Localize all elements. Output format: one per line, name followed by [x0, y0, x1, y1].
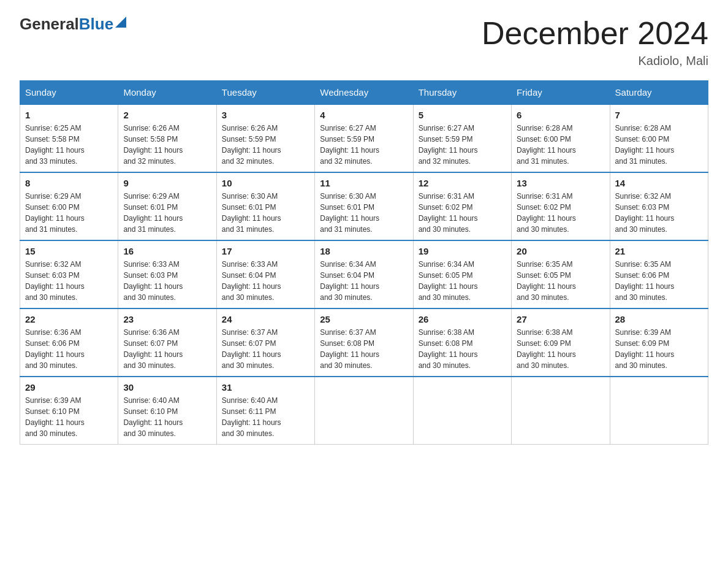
day-number: 19 — [419, 246, 506, 256]
calendar-day-cell — [512, 377, 610, 445]
day-number: 2 — [123, 110, 211, 120]
day-info: Sunrise: 6:39 AM Sunset: 6:09 PM Dayligh… — [615, 327, 703, 371]
day-info: Sunrise: 6:37 AM Sunset: 6:08 PM Dayligh… — [320, 327, 408, 371]
day-number: 4 — [320, 110, 408, 120]
calendar-header-wednesday: Wednesday — [315, 81, 413, 105]
day-info: Sunrise: 6:27 AM Sunset: 5:59 PM Dayligh… — [419, 123, 506, 167]
day-number: 7 — [615, 110, 703, 120]
day-info: Sunrise: 6:26 AM Sunset: 5:59 PM Dayligh… — [222, 123, 309, 167]
day-info: Sunrise: 6:26 AM Sunset: 5:58 PM Dayligh… — [123, 123, 211, 167]
header: General Blue December 2024 Kadiolo, Mali — [20, 15, 708, 68]
day-number: 23 — [123, 314, 211, 324]
calendar-day-cell: 25 Sunrise: 6:37 AM Sunset: 6:08 PM Dayl… — [315, 308, 413, 377]
calendar-day-cell: 9 Sunrise: 6:29 AM Sunset: 6:01 PM Dayli… — [118, 172, 216, 240]
calendar-day-cell: 19 Sunrise: 6:34 AM Sunset: 6:05 PM Dayl… — [413, 240, 511, 308]
day-number: 27 — [517, 314, 604, 324]
calendar-day-cell — [413, 377, 511, 445]
day-number: 3 — [222, 110, 309, 120]
calendar-day-cell — [610, 377, 708, 445]
day-number: 20 — [517, 246, 604, 256]
calendar-day-cell: 5 Sunrise: 6:27 AM Sunset: 5:59 PM Dayli… — [413, 104, 511, 172]
day-info: Sunrise: 6:30 AM Sunset: 6:01 PM Dayligh… — [320, 191, 408, 235]
day-number: 21 — [615, 246, 703, 256]
calendar-day-cell: 21 Sunrise: 6:35 AM Sunset: 6:06 PM Dayl… — [610, 240, 708, 308]
calendar-header-sunday: Sunday — [20, 81, 118, 105]
day-info: Sunrise: 6:27 AM Sunset: 5:59 PM Dayligh… — [320, 123, 408, 167]
location-subtitle: Kadiolo, Mali — [482, 54, 708, 68]
day-number: 5 — [419, 110, 506, 120]
day-number: 10 — [222, 178, 309, 188]
calendar-day-cell: 7 Sunrise: 6:28 AM Sunset: 6:00 PM Dayli… — [610, 104, 708, 172]
day-number: 15 — [25, 246, 113, 256]
calendar-day-cell: 2 Sunrise: 6:26 AM Sunset: 5:58 PM Dayli… — [118, 104, 216, 172]
calendar-day-cell: 12 Sunrise: 6:31 AM Sunset: 6:02 PM Dayl… — [413, 172, 511, 240]
day-number: 24 — [222, 314, 309, 324]
day-info: Sunrise: 6:30 AM Sunset: 6:01 PM Dayligh… — [222, 191, 309, 235]
day-number: 29 — [25, 382, 113, 393]
calendar-day-cell: 31 Sunrise: 6:40 AM Sunset: 6:11 PM Dayl… — [216, 377, 314, 445]
calendar-day-cell: 20 Sunrise: 6:35 AM Sunset: 6:05 PM Dayl… — [512, 240, 610, 308]
calendar-day-cell: 22 Sunrise: 6:36 AM Sunset: 6:06 PM Dayl… — [20, 308, 118, 377]
calendar-day-cell: 17 Sunrise: 6:33 AM Sunset: 6:04 PM Dayl… — [216, 240, 314, 308]
calendar-day-cell — [315, 377, 413, 445]
calendar-day-cell: 29 Sunrise: 6:39 AM Sunset: 6:10 PM Dayl… — [20, 377, 118, 445]
day-info: Sunrise: 6:34 AM Sunset: 6:04 PM Dayligh… — [320, 259, 408, 303]
day-number: 31 — [222, 382, 309, 393]
day-info: Sunrise: 6:38 AM Sunset: 6:08 PM Dayligh… — [419, 327, 506, 371]
calendar-day-cell: 28 Sunrise: 6:39 AM Sunset: 6:09 PM Dayl… — [610, 308, 708, 377]
calendar-day-cell: 26 Sunrise: 6:38 AM Sunset: 6:08 PM Dayl… — [413, 308, 511, 377]
logo-arrow-icon — [115, 17, 126, 28]
day-number: 22 — [25, 314, 113, 324]
calendar-week-row: 8 Sunrise: 6:29 AM Sunset: 6:00 PM Dayli… — [20, 172, 708, 240]
day-number: 12 — [419, 178, 506, 188]
calendar-week-row: 22 Sunrise: 6:36 AM Sunset: 6:06 PM Dayl… — [20, 308, 708, 377]
calendar-day-cell: 10 Sunrise: 6:30 AM Sunset: 6:01 PM Dayl… — [216, 172, 314, 240]
calendar-header-tuesday: Tuesday — [216, 81, 314, 105]
calendar-table: SundayMondayTuesdayWednesdayThursdayFrid… — [20, 80, 708, 445]
day-info: Sunrise: 6:31 AM Sunset: 6:02 PM Dayligh… — [419, 191, 506, 235]
calendar-day-cell: 16 Sunrise: 6:33 AM Sunset: 6:03 PM Dayl… — [118, 240, 216, 308]
calendar-day-cell: 27 Sunrise: 6:38 AM Sunset: 6:09 PM Dayl… — [512, 308, 610, 377]
day-number: 8 — [25, 178, 113, 188]
day-number: 26 — [419, 314, 506, 324]
calendar-week-row: 29 Sunrise: 6:39 AM Sunset: 6:10 PM Dayl… — [20, 377, 708, 445]
title-area: December 2024 Kadiolo, Mali — [482, 15, 708, 68]
calendar-day-cell: 15 Sunrise: 6:32 AM Sunset: 6:03 PM Dayl… — [20, 240, 118, 308]
day-number: 1 — [25, 110, 113, 120]
day-info: Sunrise: 6:39 AM Sunset: 6:10 PM Dayligh… — [25, 395, 113, 439]
day-info: Sunrise: 6:32 AM Sunset: 6:03 PM Dayligh… — [25, 259, 113, 303]
day-info: Sunrise: 6:38 AM Sunset: 6:09 PM Dayligh… — [517, 327, 604, 371]
day-number: 6 — [517, 110, 604, 120]
calendar-day-cell: 4 Sunrise: 6:27 AM Sunset: 5:59 PM Dayli… — [315, 104, 413, 172]
day-info: Sunrise: 6:29 AM Sunset: 6:01 PM Dayligh… — [123, 191, 211, 235]
calendar-week-row: 1 Sunrise: 6:25 AM Sunset: 5:58 PM Dayli… — [20, 104, 708, 172]
calendar-header-monday: Monday — [118, 81, 216, 105]
calendar-day-cell: 6 Sunrise: 6:28 AM Sunset: 6:00 PM Dayli… — [512, 104, 610, 172]
logo-blue-part: Blue — [79, 15, 126, 34]
day-info: Sunrise: 6:29 AM Sunset: 6:00 PM Dayligh… — [25, 191, 113, 235]
day-info: Sunrise: 6:33 AM Sunset: 6:03 PM Dayligh… — [123, 259, 211, 303]
day-number: 18 — [320, 246, 408, 256]
logo: General Blue — [20, 15, 126, 34]
day-number: 25 — [320, 314, 408, 324]
calendar-week-row: 15 Sunrise: 6:32 AM Sunset: 6:03 PM Dayl… — [20, 240, 708, 308]
day-info: Sunrise: 6:25 AM Sunset: 5:58 PM Dayligh… — [25, 123, 113, 167]
day-info: Sunrise: 6:35 AM Sunset: 6:05 PM Dayligh… — [517, 259, 604, 303]
day-info: Sunrise: 6:33 AM Sunset: 6:04 PM Dayligh… — [222, 259, 309, 303]
day-info: Sunrise: 6:32 AM Sunset: 6:03 PM Dayligh… — [615, 191, 703, 235]
day-info: Sunrise: 6:28 AM Sunset: 6:00 PM Dayligh… — [615, 123, 703, 167]
day-info: Sunrise: 6:28 AM Sunset: 6:00 PM Dayligh… — [517, 123, 604, 167]
day-number: 14 — [615, 178, 703, 188]
calendar-day-cell: 8 Sunrise: 6:29 AM Sunset: 6:00 PM Dayli… — [20, 172, 118, 240]
calendar-day-cell: 14 Sunrise: 6:32 AM Sunset: 6:03 PM Dayl… — [610, 172, 708, 240]
day-number: 11 — [320, 178, 408, 188]
calendar-day-cell: 1 Sunrise: 6:25 AM Sunset: 5:58 PM Dayli… — [20, 104, 118, 172]
calendar-day-cell: 11 Sunrise: 6:30 AM Sunset: 6:01 PM Dayl… — [315, 172, 413, 240]
calendar-header-thursday: Thursday — [413, 81, 511, 105]
svg-marker-0 — [115, 17, 126, 28]
day-number: 16 — [123, 246, 211, 256]
day-number: 9 — [123, 178, 211, 188]
calendar-header-friday: Friday — [512, 81, 610, 105]
calendar-header-saturday: Saturday — [610, 81, 708, 105]
logo-general-text: General — [20, 15, 79, 34]
